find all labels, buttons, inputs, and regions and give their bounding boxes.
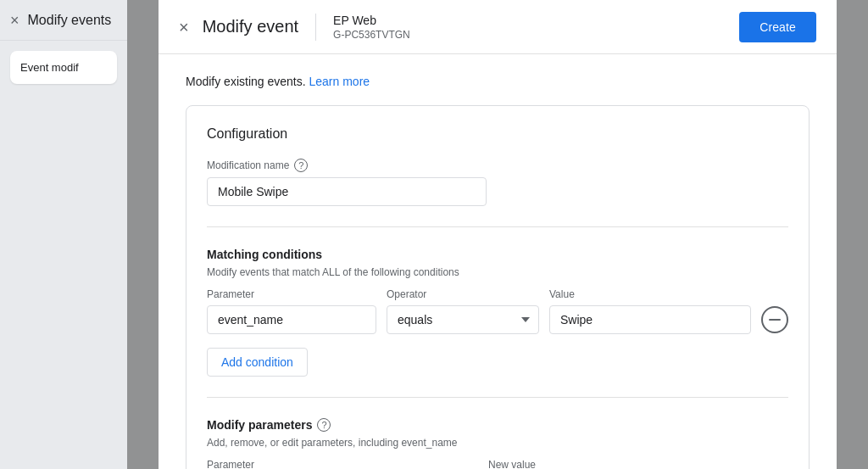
- condition-row: equals contains starts with ends with: [207, 305, 788, 334]
- modification-name-help-icon[interactable]: ?: [294, 159, 308, 172]
- modify-param-col-label: Parameter: [207, 459, 478, 469]
- condition-operator-select[interactable]: equals contains starts with ends with: [387, 305, 539, 334]
- left-panel-title: Modify events: [28, 13, 112, 28]
- matching-conditions-desc: Modify events that match ALL of the foll…: [207, 266, 788, 278]
- modal-app-name: EP Web: [333, 14, 410, 27]
- left-panel-content: Event modif: [0, 41, 127, 94]
- operator-col-label: Operator: [387, 288, 539, 300]
- modify-parameters-title: Modify parameters ?: [207, 418, 788, 432]
- modify-parameters-desc: Add, remove, or edit parameters, includi…: [207, 437, 788, 449]
- modify-columns-header: Parameter New value: [207, 459, 788, 469]
- event-card[interactable]: Event modif: [10, 51, 117, 84]
- modal-dialog: × Modify event EP Web G-PC536TVTGN Creat…: [159, 0, 837, 469]
- learn-more-link[interactable]: Learn more: [309, 75, 370, 88]
- condition-value-input[interactable]: [549, 305, 751, 334]
- create-button[interactable]: Create: [739, 12, 816, 42]
- modal-divider: [315, 14, 316, 41]
- modal-title: Modify event: [203, 17, 298, 36]
- condition-columns-header: Parameter Operator Value: [207, 288, 788, 300]
- modal-body: Modify existing events. Learn more Confi…: [159, 54, 837, 469]
- modal-header: × Modify event EP Web G-PC536TVTGN Creat…: [159, 0, 837, 54]
- modal-close-icon[interactable]: ×: [179, 19, 189, 36]
- condition-param-input[interactable]: [207, 305, 376, 334]
- modal-app-id: G-PC536TVTGN: [333, 29, 410, 41]
- modification-name-section: Modification name ?: [207, 159, 788, 227]
- svg-rect-0: [769, 319, 781, 321]
- modal-overlay: × Modify event EP Web G-PC536TVTGN Creat…: [127, 0, 868, 469]
- param-col-label: Parameter: [207, 288, 376, 300]
- remove-condition-button[interactable]: [761, 306, 788, 333]
- close-icon-left[interactable]: ×: [10, 13, 19, 28]
- config-card: Configuration Modification name ? Matchi…: [186, 105, 810, 469]
- modify-value-col-label: New value: [488, 459, 788, 469]
- modification-name-input[interactable]: [207, 177, 487, 206]
- modal-description: Modify existing events. Learn more: [186, 75, 810, 88]
- matching-conditions-section: Matching conditions Modify events that m…: [207, 248, 788, 398]
- modal-app-info: EP Web G-PC536TVTGN: [333, 14, 410, 41]
- modify-parameters-section: Modify parameters ? Add, remove, or edit…: [207, 418, 788, 469]
- matching-conditions-title: Matching conditions: [207, 248, 788, 261]
- config-title: Configuration: [207, 126, 788, 142]
- add-condition-button[interactable]: Add condition: [207, 348, 308, 377]
- left-panel-header: × Modify events: [0, 0, 127, 41]
- modify-params-help-icon[interactable]: ?: [317, 418, 331, 432]
- value-col-label: Value: [549, 288, 788, 300]
- modification-name-label: Modification name ?: [207, 159, 788, 172]
- left-panel: × Modify events Event modif: [0, 0, 127, 469]
